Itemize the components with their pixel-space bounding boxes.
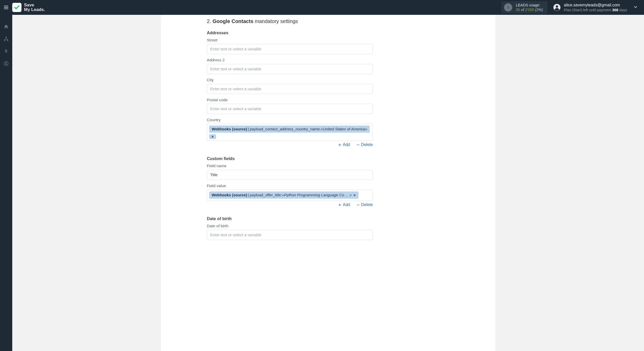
svg-point-2 — [508, 6, 509, 7]
sidebar-item-home[interactable] — [0, 20, 12, 33]
sitemap-icon — [4, 36, 9, 41]
svg-point-10 — [6, 62, 7, 63]
postal-label: Postal code — [207, 98, 485, 102]
usage-label: LEADS usage: — [516, 3, 543, 7]
logo[interactable] — [12, 3, 21, 12]
minus-icon — [356, 203, 360, 207]
home-icon — [4, 24, 9, 29]
chevron-down-icon — [633, 5, 638, 9]
plus-icon — [338, 203, 342, 207]
svg-rect-6 — [4, 40, 5, 41]
country-variable-tag[interactable]: Webhooks (source) | payload_contact_addr… — [209, 126, 370, 133]
dob-label: Date of birth — [207, 224, 485, 228]
account-email: alice.savemyleads@gmail.com — [564, 3, 627, 8]
svg-point-4 — [556, 5, 558, 8]
usage-of: of — [520, 8, 524, 12]
country-input[interactable]: Webhooks (source) | payload_contact_addr… — [207, 124, 373, 141]
sidebar-item-account[interactable] — [0, 57, 12, 70]
close-icon — [211, 135, 214, 138]
field-value-label: Field value — [207, 184, 485, 188]
sidebar-item-billing[interactable]: $ — [0, 45, 12, 57]
custom-delete-button[interactable]: Delete — [356, 202, 373, 207]
usage-box: LEADS usage: 30 of 2'000 (2%) — [502, 1, 547, 14]
field-name-label: Field name — [207, 164, 485, 168]
minus-icon — [356, 143, 360, 147]
field-value-variable-tag[interactable]: Webhooks (source) | payload_offer_title:… — [209, 191, 359, 199]
postal-input[interactable] — [207, 104, 373, 114]
account-box[interactable]: alice.savemyleads@gmail.com Plan |Start|… — [553, 3, 627, 12]
sidebar-item-flows[interactable] — [0, 33, 12, 45]
usage-pct: (2%) — [535, 8, 543, 12]
field-value-input[interactable]: Webhooks (source) | payload_offer_title:… — [207, 190, 373, 201]
close-icon — [353, 194, 356, 197]
topbar: Save My Leads. LEADS usage: 30 of 2'000 … — [0, 0, 644, 15]
address2-label: Address 2 — [207, 58, 485, 62]
user-circle-icon — [4, 61, 9, 66]
brand-text: Save My Leads. — [24, 3, 45, 12]
brand-line2: My Leads. — [24, 7, 45, 12]
svg-rect-5 — [6, 37, 7, 38]
usage-total: 2'000 — [525, 8, 534, 12]
main: 2. Google Contacts mandatory settings Ad… — [12, 15, 644, 351]
hamburger-icon — [3, 5, 9, 10]
dollar-icon: $ — [4, 49, 9, 54]
country-label: Country — [207, 118, 485, 122]
custom-add-button[interactable]: Add — [338, 202, 350, 207]
street-label: Street — [207, 38, 485, 42]
dob-heading: Date of birth — [207, 216, 485, 221]
usage-used: 30 — [516, 8, 520, 12]
field-name-input[interactable] — [207, 170, 373, 180]
svg-rect-1 — [508, 7, 508, 9]
city-input[interactable] — [207, 84, 373, 94]
address-delete-button[interactable]: Delete — [356, 142, 373, 147]
brand-line1: Save — [24, 3, 34, 7]
menu-button[interactable] — [0, 5, 12, 10]
section-title: 2. Google Contacts mandatory settings — [207, 18, 485, 24]
addresses-heading: Addresses — [207, 30, 485, 35]
info-icon — [504, 3, 512, 12]
plus-icon — [338, 143, 342, 147]
address2-input[interactable] — [207, 64, 373, 74]
svg-rect-7 — [7, 40, 8, 41]
city-label: City — [207, 78, 485, 82]
custom-fields-heading: Custom fields — [207, 156, 485, 161]
address-add-button[interactable]: Add — [338, 142, 350, 147]
svg-text:$: $ — [5, 49, 7, 53]
sidebar: $ — [0, 15, 12, 351]
street-input[interactable] — [207, 44, 373, 54]
dob-input[interactable] — [207, 230, 373, 240]
check-icon — [14, 4, 20, 10]
country-tag-remove[interactable] — [209, 134, 216, 139]
plan-line: Plan |Start| left until payment 368 days — [564, 8, 627, 12]
user-icon — [553, 4, 561, 11]
field-value-tag-remove[interactable] — [352, 194, 356, 197]
account-dropdown-toggle[interactable] — [632, 3, 639, 12]
